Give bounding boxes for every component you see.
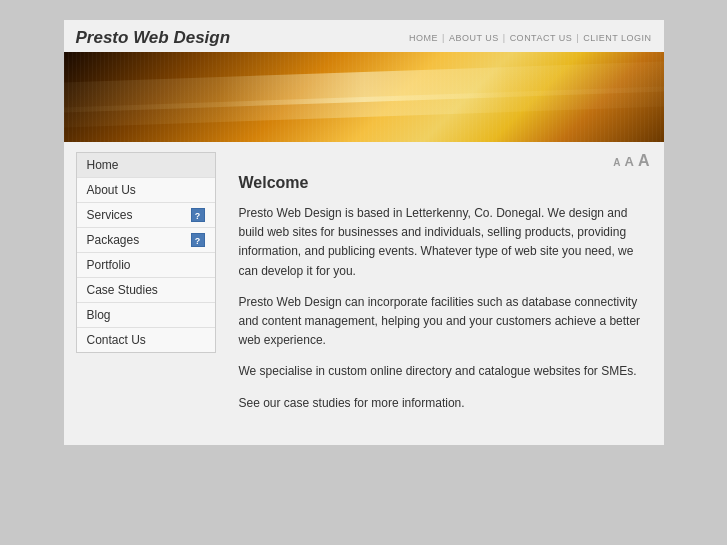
font-size-controls: A A A	[239, 152, 652, 170]
nav-label-about: About Us	[87, 183, 136, 197]
nav-item-home[interactable]: Home	[77, 153, 215, 178]
nav-link-packages[interactable]: Packages ?	[77, 228, 215, 252]
font-small-button[interactable]: A	[613, 157, 620, 168]
top-nav-login[interactable]: CLIENT LOGIN	[583, 33, 651, 43]
nav-menu: Home About Us Services ? Package	[76, 152, 216, 353]
banner	[64, 52, 664, 142]
nav-sep-2: |	[503, 33, 506, 43]
nav-label-case-studies: Case Studies	[87, 283, 158, 297]
top-nav-contact[interactable]: CONTACT US	[510, 33, 573, 43]
nav-link-home[interactable]: Home	[77, 153, 215, 177]
font-medium-button[interactable]: A	[625, 154, 634, 169]
nav-item-blog[interactable]: Blog	[77, 303, 215, 328]
nav-label-contact: Contact Us	[87, 333, 146, 347]
nav-link-contact[interactable]: Contact Us	[77, 328, 215, 352]
sidebar: Home About Us Services ? Package	[76, 152, 221, 425]
welcome-heading: Welcome	[239, 174, 652, 192]
nav-sep-1: |	[442, 33, 445, 43]
font-large-button[interactable]: A	[638, 152, 650, 170]
nav-item-case-studies[interactable]: Case Studies	[77, 278, 215, 303]
nav-item-packages[interactable]: Packages ?	[77, 228, 215, 253]
nav-label-portfolio: Portfolio	[87, 258, 131, 272]
nav-link-portfolio[interactable]: Portfolio	[77, 253, 215, 277]
top-nav: HOME | ABOUT US | CONTACT US | CLIENT LO…	[409, 33, 651, 43]
nav-label-packages: Packages	[87, 233, 140, 247]
site-title: Presto Web Design	[76, 28, 231, 48]
nav-sep-3: |	[576, 33, 579, 43]
services-badge: ?	[191, 208, 205, 222]
paragraph-1: Presto Web Design is based in Letterkenn…	[239, 204, 652, 281]
top-nav-home[interactable]: HOME	[409, 33, 438, 43]
main-content: A A A Welcome Presto Web Design is based…	[221, 152, 652, 425]
paragraph-3: We specialise in custom online directory…	[239, 362, 652, 381]
top-nav-about[interactable]: ABOUT US	[449, 33, 499, 43]
content-area: Home About Us Services ? Package	[64, 142, 664, 445]
nav-link-about[interactable]: About Us	[77, 178, 215, 202]
paragraph-2: Presto Web Design can incorporate facili…	[239, 293, 652, 351]
nav-item-contact[interactable]: Contact Us	[77, 328, 215, 352]
banner-image	[64, 52, 664, 142]
nav-link-blog[interactable]: Blog	[77, 303, 215, 327]
page-wrapper: Presto Web Design HOME | ABOUT US | CONT…	[64, 20, 664, 445]
nav-item-about[interactable]: About Us	[77, 178, 215, 203]
nav-link-services[interactable]: Services ?	[77, 203, 215, 227]
nav-item-portfolio[interactable]: Portfolio	[77, 253, 215, 278]
nav-label-blog: Blog	[87, 308, 111, 322]
nav-link-case-studies[interactable]: Case Studies	[77, 278, 215, 302]
header: Presto Web Design HOME | ABOUT US | CONT…	[64, 20, 664, 52]
paragraph-4: See our case studies for more informatio…	[239, 394, 652, 413]
packages-badge: ?	[191, 233, 205, 247]
nav-item-services[interactable]: Services ?	[77, 203, 215, 228]
nav-label-services: Services	[87, 208, 133, 222]
nav-label-home: Home	[87, 158, 119, 172]
